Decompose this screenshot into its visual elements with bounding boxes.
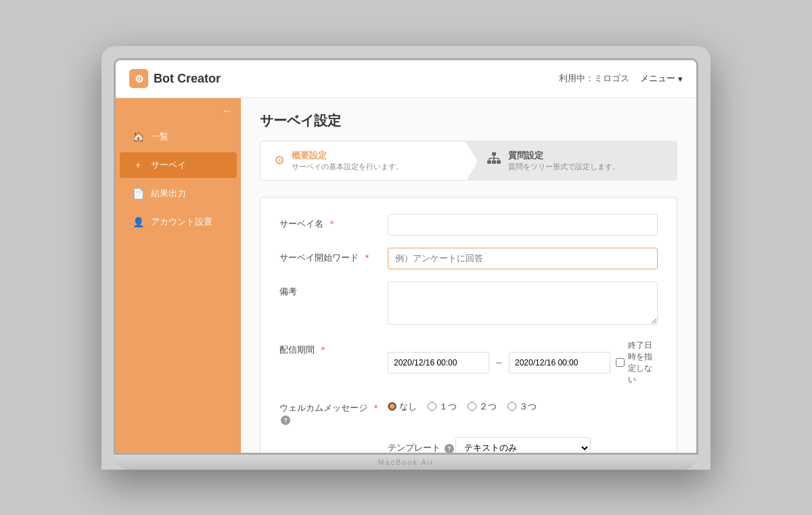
- welcome-radio-group: なし １つ ２つ ３つ: [388, 398, 537, 413]
- gear-step-icon: ⚙: [274, 153, 285, 168]
- sidebar-item-survey[interactable]: ＋ サーベイ: [120, 152, 237, 178]
- date-range: ～ 終了日時を指定しない: [388, 340, 658, 386]
- welcome-one-option[interactable]: １つ: [428, 401, 457, 413]
- sidebar-item-home-label: 一覧: [151, 131, 168, 143]
- menu-button[interactable]: メニュー ▾: [640, 72, 683, 85]
- steps-bar: ⚙ 概要設定 サーベイの基本設定を行います。: [260, 141, 677, 181]
- survey-name-label: サーベイ名 ＊: [279, 214, 388, 230]
- svg-rect-3: [487, 160, 491, 164]
- template-info-icon[interactable]: ?: [445, 444, 454, 453]
- welcome-three-option[interactable]: ３つ: [508, 401, 537, 413]
- survey-name-input[interactable]: [388, 214, 658, 236]
- chevron-down-icon: ▾: [678, 74, 683, 84]
- survey-keyword-label: サーベイ開始ワード ＊: [279, 248, 388, 264]
- current-user: 利用中：ミロゴス: [559, 72, 629, 85]
- form-section: サーベイ名 ＊ サーベイ開始ワード ＊: [260, 197, 677, 453]
- sidebar-item-account-label: アカウント設置: [151, 216, 212, 228]
- delivery-period-row: 配信期間 ＊ ～ 終了日時を指定しない: [279, 340, 658, 386]
- welcome-message-row: ウェルカムメッセージ ＊ ? なし １つ: [279, 398, 658, 425]
- survey-keyword-input[interactable]: [388, 248, 658, 269]
- step-basic-info: 概要設定 サーベイの基本設定を行います。: [292, 150, 403, 172]
- header-right: 利用中：ミロゴス メニュー ▾: [559, 72, 683, 85]
- svg-rect-5: [497, 160, 501, 164]
- date-end-input[interactable]: [509, 352, 610, 374]
- sidebar-item-survey-label: サーベイ: [151, 159, 186, 171]
- template-row: テンプレート ? テキストのみ: [279, 437, 658, 453]
- memo-control: [388, 282, 658, 328]
- sidebar-item-results-label: 結果出力: [151, 187, 186, 200]
- template-label: テンプレート ?: [388, 442, 455, 453]
- memo-row: 備考: [279, 282, 658, 328]
- welcome-none-option[interactable]: なし: [388, 401, 417, 413]
- sidebar: ← 🏠 一覧 ＋ サーベイ 📄 結果出力: [116, 98, 241, 453]
- sidebar-item-results[interactable]: 📄 結果出力: [120, 181, 237, 206]
- step-questions-desc: 質問をツリー形式で設定します。: [508, 162, 620, 172]
- date-start-input[interactable]: [388, 352, 489, 374]
- svg-rect-4: [492, 160, 496, 164]
- page-title: サーベイ設定: [260, 112, 677, 130]
- sidebar-item-account[interactable]: 👤 アカウント設置: [120, 209, 237, 235]
- body: ← 🏠 一覧 ＋ サーベイ 📄 結果出力: [116, 98, 696, 453]
- svg-rect-2: [492, 152, 496, 156]
- survey-keyword-control: [388, 248, 658, 269]
- step-arrow: [466, 141, 478, 181]
- step-questions-label: 質問設定: [508, 150, 620, 162]
- no-end-date-checkbox[interactable]: 終了日時を指定しない: [616, 340, 658, 386]
- org-chart-icon: [487, 152, 501, 170]
- survey-name-row: サーベイ名 ＊: [279, 214, 658, 236]
- survey-name-control: [388, 214, 658, 236]
- step-basic[interactable]: ⚙ 概要設定 サーベイの基本設定を行います。: [260, 141, 466, 181]
- survey-keyword-row: サーベイ開始ワード ＊: [279, 248, 658, 269]
- step-questions-info: 質問設定 質問をツリー形式で設定します。: [508, 150, 620, 172]
- home-icon: 🏠: [132, 131, 144, 142]
- no-end-date-check[interactable]: [616, 358, 625, 367]
- sidebar-collapse-button[interactable]: ←: [222, 105, 233, 117]
- person-icon: 👤: [132, 217, 144, 227]
- document-icon: 📄: [132, 188, 144, 199]
- welcome-info-icon[interactable]: ?: [281, 416, 290, 425]
- delivery-period-label: 配信期間 ＊: [279, 340, 388, 356]
- step-basic-label: 概要設定: [292, 150, 403, 162]
- plus-icon: ＋: [132, 159, 144, 171]
- header: ⚙ Bot Creator 利用中：ミロゴス メニュー ▾: [116, 60, 696, 98]
- date-separator: ～: [495, 357, 503, 369]
- logo-icon: ⚙: [129, 69, 148, 88]
- app-title: Bot Creator: [154, 72, 221, 86]
- memo-textarea[interactable]: [388, 282, 658, 325]
- svg-text:⚙: ⚙: [135, 73, 143, 85]
- step-basic-desc: サーベイの基本設定を行います。: [292, 162, 403, 172]
- welcome-two-option[interactable]: ２つ: [468, 401, 497, 413]
- logo-area: ⚙ Bot Creator: [129, 69, 221, 88]
- sidebar-nav: 🏠 一覧 ＋ サーベイ 📄 結果出力 👤: [116, 122, 241, 236]
- template-select[interactable]: テキストのみ: [455, 437, 591, 453]
- main-content: サーベイ設定 ⚙ 概要設定 サーベイの基本設定を行います。: [241, 98, 696, 453]
- sidebar-item-home[interactable]: 🏠 一覧: [120, 124, 237, 150]
- welcome-msg-label: ウェルカムメッセージ ＊ ?: [279, 398, 388, 425]
- step-questions[interactable]: 質問設定 質問をツリー形式で設定します。: [466, 141, 678, 181]
- memo-label: 備考: [279, 282, 388, 298]
